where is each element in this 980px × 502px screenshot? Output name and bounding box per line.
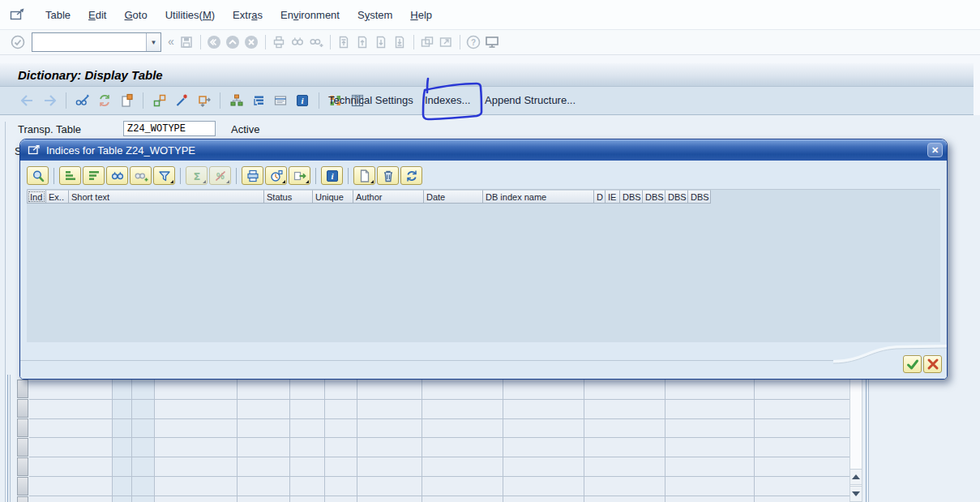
- move-icon[interactable]: [195, 93, 212, 108]
- up-circle-icon[interactable]: [224, 34, 242, 50]
- last-page-icon[interactable]: [391, 34, 409, 50]
- row-selector-6[interactable]: [17, 496, 28, 502]
- find-icon[interactable]: [106, 166, 128, 185]
- column-header-dbs-13[interactable]: DBS: [688, 190, 711, 204]
- close-icon[interactable]: ✕: [927, 143, 943, 157]
- set-filter-icon[interactable]: [153, 166, 175, 185]
- find-next-icon[interactable]: [307, 34, 326, 50]
- row-selector-0[interactable]: [17, 380, 28, 398]
- back-icon[interactable]: [19, 93, 36, 108]
- refresh-icon[interactable]: [400, 166, 422, 185]
- transp-table-field[interactable]: [123, 121, 216, 136]
- bg-grid-vline-0: [112, 375, 113, 502]
- status-text: Active: [231, 123, 259, 135]
- row-selector-5[interactable]: [17, 477, 28, 496]
- dialog-title-bar[interactable]: Indices for Table Z24_WOTYPE ✕: [20, 139, 947, 161]
- column-header-ie-9[interactable]: IE: [606, 190, 620, 204]
- command-field[interactable]: ▼: [32, 32, 161, 52]
- menu-table[interactable]: Table: [36, 6, 79, 24]
- column-header-dbs-10[interactable]: DBS: [620, 190, 643, 204]
- dialog-footer: [20, 342, 947, 379]
- append-structure-button[interactable]: Append Structure...: [485, 94, 576, 106]
- print-icon[interactable]: [242, 166, 263, 185]
- screen-title-bar: Dictionary: Display Table: [0, 63, 974, 87]
- display-change-icon[interactable]: [75, 93, 91, 108]
- sort-levels-icon[interactable]: [250, 93, 267, 108]
- create-shortcut-icon[interactable]: [437, 34, 456, 50]
- collapse-chevron-icon[interactable]: «: [168, 35, 174, 48]
- change-layout-icon[interactable]: [265, 166, 287, 185]
- find-next-icon[interactable]: [130, 166, 152, 185]
- bg-grid-tint-col-1: [131, 375, 154, 502]
- command-input[interactable]: [32, 33, 146, 51]
- column-header-unique-4[interactable]: Unique: [313, 190, 353, 204]
- menu-environment[interactable]: Environment: [272, 6, 349, 24]
- compare-icon[interactable]: [152, 93, 168, 108]
- print-icon[interactable]: [270, 34, 289, 50]
- dialog-screen-icon: [28, 144, 41, 156]
- row-selector-2[interactable]: [17, 418, 28, 437]
- cancel-circle-icon[interactable]: [242, 34, 261, 50]
- menu-edit[interactable]: Edit: [79, 6, 115, 24]
- page-up-icon[interactable]: [353, 34, 372, 50]
- forward-icon[interactable]: [41, 93, 58, 108]
- menu-bar: Table Edit Goto Utilities(M) Extras Envi…: [0, 0, 980, 30]
- subtotal-percentage-icon[interactable]: %: [209, 166, 231, 185]
- row-selector-1[interactable]: [17, 399, 28, 418]
- copy-icon[interactable]: [118, 93, 135, 108]
- bg-left-frame-2: [10, 375, 11, 502]
- back-circle-icon[interactable]: [205, 34, 224, 50]
- detail-view-icon[interactable]: [272, 93, 289, 108]
- column-header-date-6[interactable]: Date: [424, 190, 483, 204]
- sort-descending-icon[interactable]: [83, 166, 105, 185]
- column-header-dbindexname-7[interactable]: DB index name: [483, 190, 594, 204]
- activate-wand-icon[interactable]: [173, 93, 190, 108]
- menu-system[interactable]: System: [349, 6, 401, 24]
- column-header-status-3[interactable]: Status: [264, 190, 313, 204]
- column-header-shorttext-2[interactable]: Short text: [69, 190, 264, 204]
- info-icon[interactable]: i: [321, 166, 343, 185]
- menu-utilities[interactable]: Utilities(M): [156, 6, 224, 24]
- svg-text:Σ: Σ: [193, 169, 200, 182]
- help-icon[interactable]: ?: [464, 34, 483, 50]
- cancel-button[interactable]: [923, 355, 942, 373]
- bg-grid-vline-6: [357, 375, 357, 502]
- enter-check-icon[interactable]: [8, 34, 27, 50]
- technical-settings-button[interactable]: Technical Settings: [328, 94, 413, 106]
- menu-goto[interactable]: Goto: [115, 6, 156, 24]
- menu-help[interactable]: Help: [401, 6, 441, 24]
- export-icon[interactable]: [289, 166, 310, 185]
- scroll-down-icon[interactable]: [849, 486, 862, 502]
- find-icon[interactable]: [289, 34, 307, 50]
- column-header-d-8[interactable]: D: [594, 190, 606, 204]
- refresh-pair-icon[interactable]: [96, 93, 113, 108]
- confirm-button[interactable]: [903, 355, 922, 373]
- column-header-ex-1[interactable]: Ex..: [46, 190, 69, 204]
- chevron-down-icon[interactable]: ▼: [146, 33, 160, 51]
- row-selector-4[interactable]: [17, 457, 28, 476]
- row-selector-3[interactable]: [17, 438, 28, 457]
- total-icon[interactable]: Σ: [186, 166, 208, 185]
- bg-grid-vline-11: [754, 375, 755, 502]
- menu-extras[interactable]: Extras: [224, 6, 272, 24]
- page-down-icon[interactable]: [372, 34, 391, 50]
- footer-divider: [20, 360, 839, 361]
- delete-index-icon[interactable]: [377, 166, 399, 185]
- column-header-ind-0[interactable]: Ind: [27, 190, 46, 204]
- save-icon[interactable]: [178, 34, 196, 50]
- customize-local-layout-icon[interactable]: [483, 34, 502, 50]
- info-icon[interactable]: i: [294, 93, 310, 108]
- scroll-up-icon[interactable]: [849, 469, 862, 485]
- column-header-dbs-11[interactable]: DBS: [643, 190, 665, 204]
- first-page-icon[interactable]: [335, 34, 353, 50]
- new-session-icon[interactable]: [418, 34, 437, 50]
- page-title: Dictionary: Display Table: [18, 68, 163, 82]
- column-header-author-5[interactable]: Author: [353, 190, 424, 204]
- column-header-dbs-12[interactable]: DBS: [665, 190, 688, 204]
- create-index-icon[interactable]: [353, 166, 375, 185]
- sort-ascending-icon[interactable]: [59, 166, 81, 185]
- details-icon[interactable]: [27, 166, 49, 185]
- hierarchy-icon[interactable]: [229, 93, 245, 108]
- indexes-button[interactable]: Indexes...: [425, 94, 470, 106]
- bg-grid-vline-5: [324, 375, 325, 502]
